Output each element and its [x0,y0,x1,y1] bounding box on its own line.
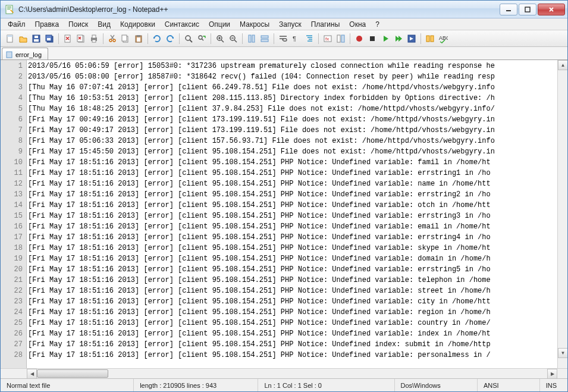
toolbar-save-all-icon[interactable] [43,33,55,45]
toolbar-record-macro-icon[interactable] [353,33,365,45]
text-content[interactable]: 2013/05/16 05:06:59 [error] 15053#0: *31… [27,60,557,368]
toolbar-zoom-in-icon[interactable] [214,33,226,45]
text-line[interactable]: [Thu May 16 18:48:25 2013] [error] [clie… [28,104,557,114]
text-line[interactable]: [Fri May 17 00:49:17 2013] [error] [clie… [28,125,557,136]
tab-error-log[interactable]: error_log [2,48,48,59]
menu-edit[interactable]: Правка [30,19,64,30]
hscroll-track[interactable] [37,369,547,378]
toolbar-replace-icon[interactable] [196,33,208,45]
menu-view[interactable]: Вид [93,19,115,30]
menu-encoding[interactable]: Кодировки [115,19,160,30]
toolbar-print-icon[interactable] [88,33,100,45]
toolbar-copy-icon[interactable] [120,33,131,45]
toolbar-play-macro-icon[interactable] [379,33,391,45]
menu-search[interactable]: Поиск [64,19,93,30]
toolbar-undo-icon[interactable] [151,33,163,45]
text-line[interactable]: [Thu May 16 07:07:41 2013] [error] [clie… [28,82,557,93]
minimize-button[interactable] [500,4,517,15]
toolbar-show-all-icon[interactable]: ¶ [290,33,302,45]
text-line[interactable]: [Fri May 17 18:51:16 2013] [error] [clie… [28,286,557,296]
toolbar-open-file-icon[interactable] [17,33,29,45]
maximize-button[interactable] [519,4,536,15]
svg-rect-2 [7,8,11,8]
line-number: 24 [1,307,23,318]
editor: 1234567891011121314151617181920212223242… [1,60,567,368]
text-line[interactable]: [Fri May 17 18:51:16 2013] [error] [clie… [28,221,557,232]
toolbar-save-macro-icon[interactable] [406,33,418,45]
toolbar-indent-guide-icon[interactable] [303,33,315,45]
text-line[interactable]: [Fri May 17 18:51:16 2013] [error] [clie… [28,200,557,211]
text-line[interactable]: [Fri May 17 18:51:16 2013] [error] [clie… [28,178,557,189]
text-line[interactable]: [Fri May 17 18:51:16 2013] [error] [clie… [28,318,557,328]
text-line[interactable]: [Fri May 17 18:51:16 2013] [error] [clie… [28,275,557,286]
text-line[interactable]: [Fri May 17 05:06:33 2013] [error] [clie… [28,136,557,146]
svg-rect-5 [525,7,530,12]
line-number: 8 [1,136,23,146]
titlebar[interactable]: C:\Users\admin\Desktop\error_log - Notep… [1,1,567,18]
text-line[interactable]: 2013/05/16 05:08:00 [error] 18587#0: *31… [28,71,557,82]
toolbar-close-icon[interactable] [62,33,74,45]
text-line[interactable]: [Fri May 17 18:51:16 2013] [error] [clie… [28,157,557,168]
hscroll-thumb[interactable] [37,369,108,378]
status-insert[interactable]: INS [540,379,567,391]
text-line[interactable]: [Fri May 17 18:51:16 2013] [error] [clie… [28,339,557,350]
toolbar-sync-h-icon[interactable] [259,33,271,45]
menu-macros[interactable]: Макросы [235,19,274,30]
text-line[interactable]: [Fri May 17 18:51:16 2013] [error] [clie… [28,211,557,221]
toolbar-save-icon[interactable] [30,33,42,45]
menu-help[interactable]: ? [371,19,384,30]
toolbar-new-file-icon[interactable] [4,33,16,45]
window-title: C:\Users\admin\Desktop\error_log - Notep… [18,5,498,14]
vertical-scrollbar[interactable]: ▲ ▼ [557,60,567,368]
text-line[interactable]: [Thu May 16 10:53:51 2013] [error] [clie… [28,93,557,104]
toolbar-word-wrap-icon[interactable] [277,33,289,45]
toolbar-redo-icon[interactable] [164,33,176,45]
toolbar-compare-icon[interactable] [424,33,436,45]
menu-plugins[interactable]: Плагины [306,19,345,30]
text-line[interactable]: [Fri May 17 18:51:16 2013] [error] [clie… [28,243,557,253]
window-controls [498,4,565,15]
toolbar-find-icon[interactable] [183,33,194,45]
text-line[interactable]: [Fri May 17 18:51:16 2013] [error] [clie… [28,253,557,264]
toolbar-doc-map-icon[interactable] [335,33,347,45]
menu-options[interactable]: Опции [204,19,235,30]
file-icon [6,51,13,58]
text-line[interactable]: [Fri May 17 15:45:50 2013] [error] [clie… [28,146,557,157]
text-line[interactable]: [Fri May 17 18:51:16 2013] [error] [clie… [28,232,557,243]
toolbar-zoom-out-icon[interactable] [227,33,239,45]
menu-syntax[interactable]: Синтаксис [160,19,204,30]
text-line[interactable]: [Fri May 17 18:51:16 2013] [error] [clie… [28,168,557,178]
menu-file[interactable]: Файл [3,19,30,30]
scroll-up-arrow[interactable]: ▲ [558,60,567,70]
toolbar-close-all-icon[interactable] [75,33,87,45]
scroll-down-arrow[interactable]: ▼ [558,348,567,358]
toolbar-lang-icon[interactable]: fx [322,33,334,45]
scroll-right-arrow[interactable]: ▶ [547,369,557,379]
text-line[interactable]: [Fri May 17 18:51:16 2013] [error] [clie… [28,350,557,360]
status-eol[interactable]: Dos\Windows [395,379,478,391]
toolbar-stop-macro-icon[interactable] [366,33,378,45]
horizontal-scrollbar[interactable]: ◀ ▶ [1,368,567,378]
text-line[interactable]: [Fri May 17 18:51:16 2013] [error] [clie… [28,264,557,275]
line-number: 1 [1,61,23,71]
text-line[interactable]: [Fri May 17 18:51:16 2013] [error] [clie… [28,296,557,307]
toolbar-separator [148,33,148,44]
toolbar-sync-v-icon[interactable] [246,33,258,45]
status-filetype: Normal text file [1,379,134,391]
text-line[interactable]: [Fri May 17 00:49:16 2013] [error] [clie… [28,114,557,125]
menu-windows[interactable]: Окна [344,19,371,30]
menu-run[interactable]: Запуск [274,19,306,30]
text-line[interactable]: [Fri May 17 18:51:16 2013] [error] [clie… [28,307,557,318]
text-line[interactable]: [Fri May 17 18:51:16 2013] [error] [clie… [28,328,557,339]
text-line[interactable]: 2013/05/16 05:06:59 [error] 15053#0: *31… [28,61,557,71]
scroll-left-arrow[interactable]: ◀ [27,369,37,379]
text-line[interactable]: [Fri May 17 18:51:16 2013] [error] [clie… [28,189,557,200]
toolbar-play-multi-icon[interactable] [393,33,404,45]
toolbar-separator [350,33,350,44]
toolbar-spellcheck-icon[interactable]: ABC [437,33,449,45]
toolbar-cut-icon[interactable] [106,33,118,45]
toolbar-separator [211,33,211,44]
toolbar-paste-icon[interactable] [133,33,145,45]
status-encoding[interactable]: ANSI [478,379,540,391]
close-button[interactable] [538,4,565,15]
